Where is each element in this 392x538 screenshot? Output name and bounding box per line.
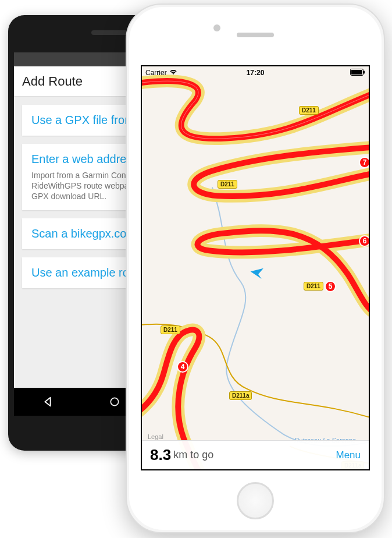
road-label-d211a: D211a — [229, 391, 252, 400]
circle-home-icon — [109, 396, 120, 408]
bottom-bar: 8.3 km to go Menu — [142, 440, 369, 469]
distance-marker: 4 — [177, 361, 188, 373]
triangle-back-icon — [41, 395, 54, 408]
iphone-screen: D211 D211 D211 D211 D211a D211a 7 6 5 4 … — [141, 65, 370, 470]
iphone-camera — [213, 24, 220, 31]
iphone-home-button[interactable] — [237, 482, 274, 519]
iphone-frame: D211 D211 D211 D211 D211a D211a 7 6 5 4 … — [126, 3, 385, 533]
place-label: Legal — [148, 433, 163, 440]
iphone-speaker — [237, 33, 274, 37]
menu-button[interactable]: Menu — [336, 449, 361, 461]
distance-label: km to go — [173, 449, 213, 461]
distance-value: 8.3 — [150, 446, 171, 464]
road-label-d211: D211 — [161, 325, 180, 334]
clock: 17:20 — [142, 69, 369, 77]
road-label-d211: D211 — [304, 282, 323, 291]
road-label-d211: D211 — [299, 106, 319, 115]
road-label-d211: D211 — [218, 180, 237, 189]
distance-marker: 6 — [359, 235, 370, 247]
current-position-arrow-icon — [248, 264, 265, 283]
distance-marker: 5 — [325, 281, 336, 292]
svg-point-0 — [111, 398, 118, 405]
iphone-inner: D211 D211 D211 D211 D211a D211a 7 6 5 4 … — [129, 7, 382, 530]
page-title: Add Route — [22, 74, 83, 89]
distance-marker: 7 — [359, 157, 370, 168]
ios-statusbar: Carrier 17:20 — [142, 66, 369, 79]
android-back-button[interactable] — [30, 395, 65, 408]
